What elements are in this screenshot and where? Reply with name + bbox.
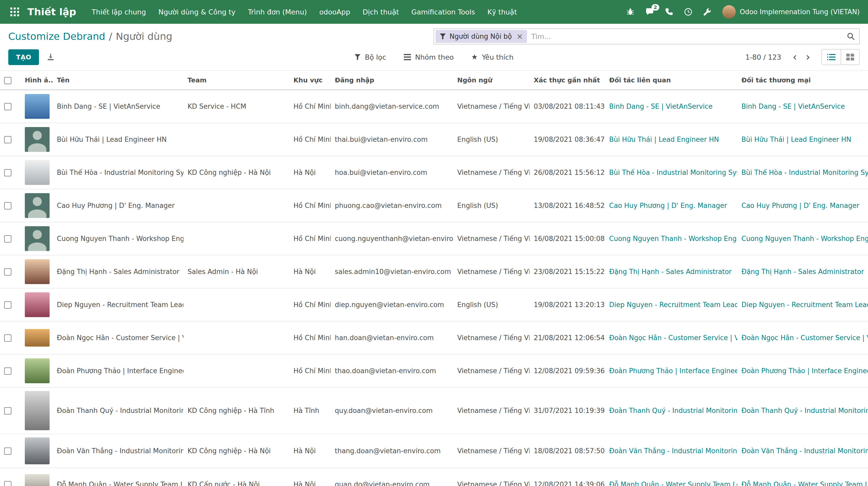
related-partner-link[interactable]: Đoàn Văn Thắng - Industrial Monitoring S… [605,434,737,468]
top-menu-item[interactable]: Dịch thuật [356,4,405,20]
top-menu-item[interactable]: Gamification Tools [405,4,481,20]
row-checkbox[interactable] [4,136,11,143]
commercial-partner-link[interactable]: Đoàn Phương Thảo | Interface Enginee... [737,354,868,387]
column-header[interactable]: Team [183,71,289,90]
column-header[interactable]: Đối tác thương mại [737,71,868,90]
row-checkbox[interactable] [4,301,11,309]
related-partner-link[interactable]: Đỗ Mạnh Quân - Water Supply Team Lea... [605,468,737,486]
kanban-view-button[interactable] [841,50,859,65]
breadcrumb-parent[interactable]: Customize Debrand [8,31,105,42]
user-region-cell: Hồ Chí Minh [289,321,331,354]
top-menu-item[interactable]: Trình đơn (Menu) [242,4,313,20]
table-row[interactable]: Đỗ Mạnh Quân - Water Supply Team Lea... … [0,468,868,486]
groupby-label: Nhóm theo [415,53,454,61]
top-menu-item[interactable]: Người dùng & Công ty [152,4,242,20]
row-checkbox[interactable] [4,235,11,242]
search-icon[interactable] [847,32,855,40]
table-row[interactable]: Cao Huy Phương | D' Eng. Manager Hồ Chí … [0,189,868,222]
row-checkbox[interactable] [4,202,11,209]
activities-clock-icon[interactable] [684,8,692,16]
column-header[interactable]: Ngôn ngữ [453,71,530,90]
app-menu: Thiết lập chungNgười dùng & Công tyTrình… [86,4,523,20]
export-icon[interactable] [47,53,55,61]
user-last-auth-cell: 13/08/2021 16:48:52 [530,189,605,222]
related-partner-link[interactable]: Đoàn Phương Thảo | Interface Engineer (.… [605,354,737,387]
apps-menu-icon[interactable] [8,5,21,18]
table-row[interactable]: Đoàn Phương Thảo | Interface Engineer (.… [0,354,868,387]
table-row[interactable]: Binh Dang - SE | VietAnService KD Servic… [0,90,868,123]
table-row[interactable]: Bùi Hữu Thái | Lead Engineer HN Hồ Chí M… [0,123,868,156]
messages-icon[interactable]: 2 [645,8,654,16]
top-menu-item[interactable]: odooApp [313,4,356,20]
row-checkbox[interactable] [4,407,11,415]
commercial-partner-link[interactable]: Đoàn Văn Thắng - Industrial Monitoring..… [737,434,868,468]
related-partner-link[interactable]: Diep Nguyen - Recruitment Team Leader|..… [605,288,737,321]
related-partner-link[interactable]: Đặng Thị Hạnh - Sales Administrator [605,255,737,288]
app-name[interactable]: Thiết lập [27,6,76,18]
debug-icon[interactable] [626,8,634,16]
user-menu[interactable]: Odoo Implemenation Tung (VIETAN) [722,5,860,19]
select-all-checkbox[interactable] [4,77,11,84]
table-row[interactable]: Đoàn Ngọc Hân - Customer Service | Viet.… [0,321,868,354]
commercial-partner-link[interactable]: Đỗ Mạnh Quân - Water Supply Team Le... [737,468,868,486]
top-menu-item[interactable]: Thiết lập chung [86,4,152,20]
row-checkbox[interactable] [4,481,11,486]
row-checkbox[interactable] [4,103,11,110]
commercial-partner-link[interactable]: Cuong Nguyen Thanh - Workshop Engi... [737,222,868,255]
related-partner-link[interactable]: Bùi Thế Hòa - Industrial Monitoring Syst… [605,156,737,189]
user-language-cell: Vietnamese / Tiếng Việt [453,156,530,189]
row-checkbox[interactable] [4,367,11,375]
table-row[interactable]: Diep Nguyen - Recruitment Team Leader|..… [0,288,868,321]
filters-button[interactable]: Bộ lọc [353,51,387,63]
commercial-partner-link[interactable]: Đoàn Ngọc Hân - Customer Service | Vi... [737,321,868,354]
top-menu-item[interactable]: Kỹ thuật [481,4,523,20]
column-header[interactable]: Hình ả... [21,71,53,90]
user-photo [25,160,50,185]
user-login-cell: diep.nguyen@vietan-enviro.com [331,288,453,321]
search-input[interactable] [527,33,847,40]
tools-wrench-icon[interactable] [703,8,711,16]
column-header[interactable]: Đăng nhập [331,71,453,90]
related-partner-link[interactable]: Cao Huy Phương | D' Eng. Manager [605,189,737,222]
related-partner-link[interactable]: Đoàn Thanh Quý - Industrial Monitoring S… [605,387,737,434]
row-checkbox[interactable] [4,169,11,176]
commercial-partner-link[interactable]: Đặng Thị Hạnh - Sales Administrator [737,255,868,288]
row-checkbox[interactable] [4,268,11,276]
groupby-button[interactable]: Nhóm theo [403,51,455,63]
row-avatar-cell [21,222,53,255]
commercial-partner-link[interactable]: Binh Dang - SE | VietAnService [737,90,868,123]
row-checkbox[interactable] [4,448,11,455]
table-row[interactable]: Đoàn Thanh Quý - Industrial Monitoring S… [0,387,868,434]
create-button[interactable]: TẠO [8,49,39,65]
column-header[interactable]: Đối tác liên quan [605,71,737,90]
favorites-button[interactable]: ★ Yêu thích [470,51,514,63]
commercial-partner-link[interactable]: Bùi Hữu Thái | Lead Engineer HN [737,123,868,156]
select-all-header [0,71,21,90]
row-checkbox[interactable] [4,334,11,342]
commercial-partner-link[interactable]: Diep Nguyen - Recruitment Team Lead... [737,288,868,321]
filter-icon [354,54,361,60]
commercial-partner-link[interactable]: Bùi Thế Hòa - Industrial Monitoring Sys.… [737,156,868,189]
user-region-cell: Hồ Chí Minh [289,354,331,387]
commercial-partner-link[interactable]: Cao Huy Phương | D' Eng. Manager [737,189,868,222]
commercial-partner-link[interactable]: Đoàn Thanh Quý - Industrial Monitoring..… [737,387,868,434]
facet-remove-icon[interactable]: × [517,33,523,40]
phone-icon[interactable] [665,8,673,16]
user-last-auth-cell: 16/08/2021 15:00:08 [530,222,605,255]
column-header[interactable]: Xác thực gần nhất [530,71,605,90]
table-row[interactable]: Đoàn Văn Thắng - Industrial Monitoring S… [0,434,868,468]
search-facet[interactable]: Người dùng Nội bộ × [436,30,527,43]
related-partner-link[interactable]: Bùi Hữu Thái | Lead Engineer HN [605,123,737,156]
pager-prev-button[interactable]: ‹ [789,52,800,63]
table-row[interactable]: Đặng Thị Hạnh - Sales Administrator Sale… [0,255,868,288]
column-header[interactable]: Khu vực [289,71,331,90]
list-view-button[interactable] [822,50,841,65]
pager-next-button[interactable]: › [803,52,813,63]
column-header[interactable]: Tên [53,71,183,90]
table-row[interactable]: Cuong Nguyen Thanh - Workshop Engine... … [0,222,868,255]
related-partner-link[interactable]: Đoàn Ngọc Hân - Customer Service | Viet.… [605,321,737,354]
related-partner-link[interactable]: Cuong Nguyen Thanh - Workshop Engine... [605,222,737,255]
user-login-cell: han.doan@vietan-enviro.com [331,321,453,354]
table-row[interactable]: Bùi Thế Hòa - Industrial Monitoring Syst… [0,156,868,189]
related-partner-link[interactable]: Binh Dang - SE | VietAnService [605,90,737,123]
